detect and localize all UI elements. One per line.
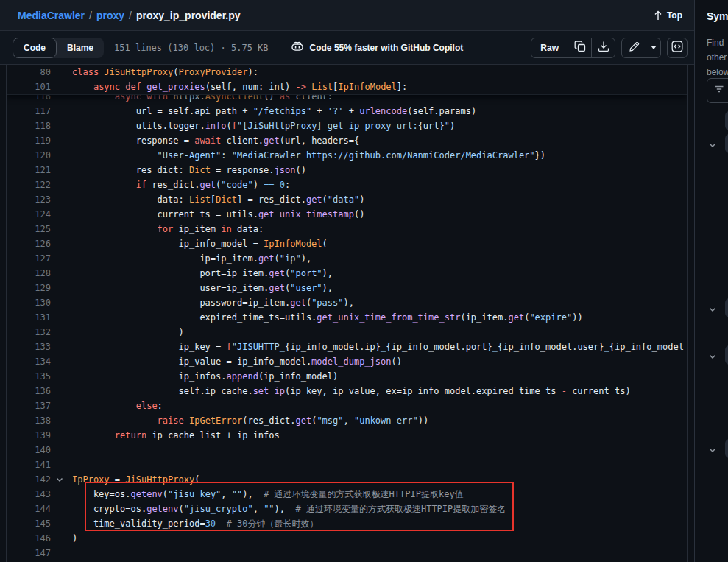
fold-spacer: [51, 487, 72, 502]
line-number[interactable]: 130: [7, 295, 51, 310]
fold-spacer: [51, 207, 72, 222]
code-text: class JiSuHttpProxy(ProxyProvider):: [72, 65, 687, 80]
line-number[interactable]: 80: [7, 65, 51, 80]
line-number[interactable]: 120: [7, 148, 51, 163]
chevron-down-icon[interactable]: [708, 351, 717, 359]
breadcrumb-row: MediaCrawler/proxy/proxy_ip_provider.py …: [0, 0, 694, 31]
code-text: "User-Agent": "MediaCrawler https://gith…: [72, 148, 687, 163]
tab-code[interactable]: Code: [13, 38, 57, 58]
symbol-pill[interactable]: [725, 111, 728, 130]
line-number[interactable]: 133: [7, 340, 51, 354]
raw-button[interactable]: Raw: [531, 38, 568, 57]
line-number[interactable]: 132: [7, 325, 51, 340]
code-text: crypto=os.getenv("jisu_crypto", ""), # 通…: [72, 502, 687, 516]
edit-file-button[interactable]: [622, 38, 646, 57]
symbols-panel-toggle-button[interactable]: [667, 38, 688, 58]
code-text: [72, 546, 687, 561]
fold-spacer: [51, 413, 72, 428]
code-line-144: 144 crypto=os.getenv("jisu_crypto", ""),…: [7, 502, 687, 516]
line-number[interactable]: 127: [7, 251, 51, 266]
fold-spacer: [51, 163, 72, 178]
code-text: ): [72, 325, 687, 340]
line-number[interactable]: 145: [7, 516, 51, 531]
toolbar-buttons: Raw: [531, 38, 688, 58]
line-number[interactable]: 116: [7, 95, 51, 104]
fold-spacer: [51, 95, 72, 104]
code-line-124: 124 current_ts = utils.get_unix_timestam…: [7, 207, 687, 222]
chevron-down-icon[interactable]: [708, 139, 717, 148]
breadcrumb-separator: /: [85, 10, 96, 21]
code-text: user=ip_item.get("user"),: [72, 281, 687, 295]
fold-spacer: [51, 325, 72, 340]
code-text: current_ts = utils.get_unix_timestamp(): [72, 207, 687, 222]
fold-chevron-icon[interactable]: [51, 472, 72, 487]
code-line-80: 80class JiSuHttpProxy(ProxyProvider):: [7, 65, 687, 80]
copilot-banner[interactable]: Code 55% faster with GitHub Copilot: [291, 41, 464, 54]
line-number[interactable]: 119: [7, 133, 51, 148]
fold-spacer: [51, 354, 72, 369]
code-line-118: 118 utils.logger.info(f"[JiSuHttpProxy] …: [7, 119, 687, 133]
code-text: raise IpGetError(res_dict.get("msg", "un…: [72, 413, 687, 428]
copy-raw-button[interactable]: [568, 38, 591, 57]
line-number[interactable]: 117: [7, 104, 51, 119]
chevron-down-icon[interactable]: [708, 444, 717, 453]
chevron-down-icon: [651, 46, 657, 49]
breadcrumb-repo-link[interactable]: MediaCrawler: [18, 10, 85, 21]
code-line-134: 134 ip_value = ip_info_model.model_dump_…: [7, 354, 687, 369]
symbols-filter-input[interactable]: [707, 78, 728, 103]
file-stats: 151 lines (130 loc) · 5.75 KB: [114, 43, 269, 53]
line-number[interactable]: 123: [7, 192, 51, 207]
line-number[interactable]: 101: [7, 80, 51, 94]
line-number[interactable]: 143: [7, 487, 51, 502]
code-text: url = self.api_path + "/fetchips" + '?' …: [72, 104, 687, 119]
back-to-top-link[interactable]: Top: [654, 10, 682, 21]
line-number[interactable]: 142: [7, 472, 51, 487]
line-number[interactable]: 128: [7, 266, 51, 281]
code-line-101: 101 async def get_proxies(self, num: int…: [7, 80, 687, 94]
fold-spacer: [51, 546, 72, 561]
filter-icon: [714, 84, 724, 97]
code-line-133: 133 ip_key = f"JISUHTTP_{ip_info_model.i…: [7, 340, 687, 354]
line-number[interactable]: 144: [7, 502, 51, 516]
code-text: ip_value = ip_info_model.model_dump_json…: [72, 354, 687, 369]
line-number[interactable]: 137: [7, 398, 51, 413]
fold-spacer: [51, 281, 72, 295]
line-number[interactable]: 147: [7, 546, 51, 561]
edit-dropdown-button[interactable]: [646, 38, 660, 57]
symbol-pill[interactable]: [725, 439, 728, 458]
line-number[interactable]: 121: [7, 163, 51, 178]
symbol-pill[interactable]: [725, 134, 728, 153]
chevron-down-icon[interactable]: [708, 303, 717, 312]
symbols-panel: Sym Findotherbelow: [695, 0, 728, 562]
fold-spacer: [51, 295, 72, 310]
line-number[interactable]: 135: [7, 369, 51, 384]
line-number[interactable]: 136: [7, 384, 51, 398]
line-number[interactable]: 146: [7, 531, 51, 546]
line-number[interactable]: 125: [7, 222, 51, 236]
line-number[interactable]: 118: [7, 119, 51, 133]
symbols-description: Findotherbelow: [707, 35, 728, 80]
symbol-pill[interactable]: [725, 345, 728, 365]
code-line-123: 123 data: List[Dict] = res_dict.get("dat…: [7, 192, 687, 207]
code-text: [72, 443, 687, 457]
download-raw-button[interactable]: [591, 38, 615, 57]
breadcrumb: MediaCrawler/proxy/proxy_ip_provider.py: [18, 10, 241, 21]
line-number[interactable]: 141: [7, 457, 51, 472]
tab-blame[interactable]: Blame: [57, 38, 104, 58]
code-line-132: 132 ): [7, 325, 687, 340]
line-number[interactable]: 131: [7, 310, 51, 325]
line-number[interactable]: 139: [7, 428, 51, 443]
breadcrumb-folder-link[interactable]: proxy: [96, 10, 124, 21]
line-number[interactable]: 122: [7, 178, 51, 192]
line-number[interactable]: 134: [7, 354, 51, 369]
line-number[interactable]: 140: [7, 443, 51, 457]
line-number[interactable]: 126: [7, 236, 51, 251]
fold-spacer: [51, 516, 72, 531]
code-text: [72, 457, 687, 472]
symbol-pill[interactable]: [725, 298, 728, 317]
line-number[interactable]: 129: [7, 281, 51, 295]
line-number[interactable]: 124: [7, 207, 51, 222]
line-number[interactable]: 138: [7, 413, 51, 428]
code-line-137: 137 else:: [7, 398, 687, 413]
fold-spacer: [51, 502, 72, 516]
